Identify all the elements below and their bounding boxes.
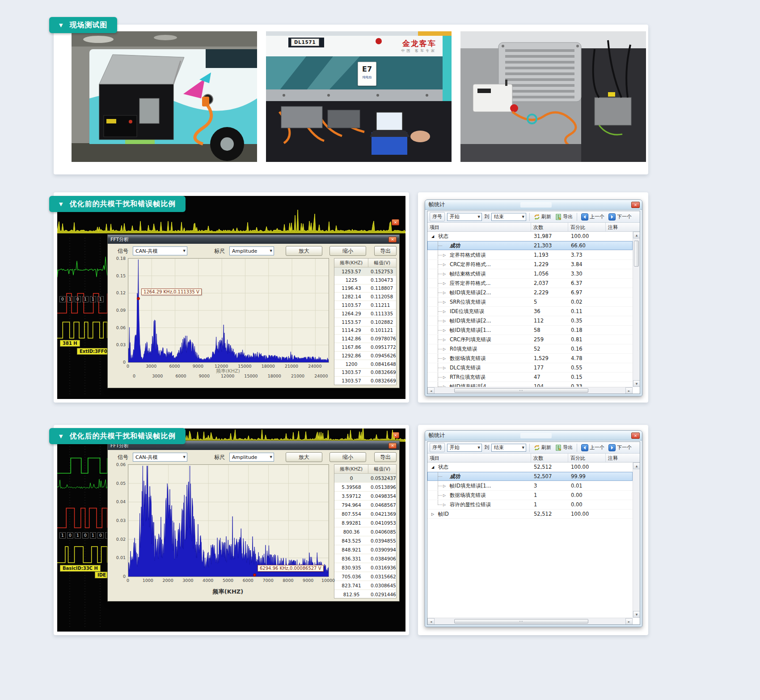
stats-row[interactable]: 成功21,30366.60 [427, 241, 633, 250]
tree-collapsed-icon[interactable]: ▷ [431, 512, 437, 516]
fft-table-row[interactable]: 843.5250.0394855 [334, 536, 396, 545]
prev-button[interactable]: 上一个 [580, 444, 605, 452]
scroll-up-icon[interactable]: ▲ [633, 232, 640, 238]
scrollbar-thumb[interactable] [454, 388, 588, 393]
fft-table-row[interactable]: 800.360.0406085 [334, 527, 396, 536]
close-button[interactable]: × [388, 443, 397, 449]
col-count[interactable]: 次数 [531, 454, 568, 462]
vertical-scrollbar[interactable]: ▲ ▼ [633, 232, 640, 387]
zoom-in-button[interactable]: 放大 [286, 246, 322, 256]
signal-select[interactable]: CAN-共模▼ [133, 453, 187, 462]
tree-collapsed-icon[interactable]: ▷ [443, 503, 449, 507]
tree-expanded-icon[interactable]: ◢ [431, 465, 437, 469]
tree-collapsed-icon[interactable]: ▷ [443, 291, 449, 295]
scroll-right-icon[interactable]: ► [625, 387, 633, 394]
fft-table-row[interactable]: 848.9210.0390994 [334, 545, 396, 554]
stats-row[interactable]: ▷帧ID填充错误[1...580.18 [427, 326, 633, 335]
scroll-right-icon[interactable]: ► [625, 618, 633, 625]
stats-row[interactable]: ▷R0填充错误520.16 [427, 344, 633, 354]
stats-row[interactable]: ▷RTR位填充错误470.15 [427, 373, 633, 382]
range-end-select[interactable]: 结束▼ [491, 444, 526, 452]
tree-collapsed-icon[interactable]: ▷ [443, 484, 449, 488]
stats-row[interactable]: ▷帧ID52,512100.00 [427, 509, 633, 519]
stats-row[interactable]: ▷数据场填充错误10.00 [427, 491, 633, 500]
export-button[interactable]: 导出 [374, 452, 397, 462]
close-button[interactable]: × [631, 202, 640, 208]
scale-select[interactable]: Amplitude▼ [229, 453, 274, 462]
fft-table-row[interactable]: 836.3310.0384906 [334, 554, 396, 563]
fft-table-row[interactable]: 807.5540.0421369 [334, 509, 396, 518]
fft-table-row[interactable]: 705.0360.0315662 [334, 572, 396, 581]
export-button[interactable]: 导出 [554, 213, 574, 221]
fft-table-row[interactable]: 794.9640.0468567 [334, 501, 396, 509]
tree-collapsed-icon[interactable]: ▷ [443, 328, 449, 332]
tree-collapsed-icon[interactable]: ▷ [443, 300, 449, 304]
stats-row[interactable]: ▷CRC序列填充错误2590.81 [427, 335, 633, 344]
stats-row[interactable]: ◢状态31,987100.00 [427, 232, 633, 241]
range-start-select[interactable]: 开始▼ [447, 213, 482, 221]
export-button[interactable]: 导出 [374, 246, 397, 256]
tree-expanded-icon[interactable]: ◢ [431, 234, 437, 238]
fft-table-row[interactable]: 1282.140.112058 [334, 293, 396, 301]
fft-table-row[interactable]: 12250.130473 [334, 276, 396, 284]
stats-row[interactable]: ▷CRC定界符格式...1,2293.84 [427, 260, 633, 269]
tree-collapsed-icon[interactable]: ▷ [443, 366, 449, 370]
fft-table-row[interactable]: 8.992810.0410953 [334, 518, 396, 527]
stats-row[interactable]: ▷应答定界符格式...2,0376.37 [427, 279, 633, 288]
fft-peak-table[interactable]: 频率(KHZ) 幅值(V) 1253.570.15275312250.13047… [334, 258, 397, 385]
stats-row[interactable]: ◢状态52,512100.00 [427, 462, 633, 472]
fft-table-row[interactable]: 1264.290.111335 [334, 310, 396, 318]
tree-collapsed-icon[interactable]: ▷ [443, 375, 449, 379]
horizontal-scrollbar[interactable]: ◄ ► [427, 387, 633, 394]
close-button[interactable]: × [388, 237, 397, 242]
stats-row[interactable]: ▷DLC填充错误1770.55 [427, 363, 633, 373]
scroll-down-icon[interactable]: ▼ [633, 380, 640, 387]
stats-row[interactable]: ▷帧ID填充错误[2...2,2296.97 [427, 288, 633, 297]
zoom-out-button[interactable]: 缩小 [329, 452, 366, 462]
stats-row[interactable]: ▷SRR位填充错误50.02 [427, 297, 633, 307]
tree-collapsed-icon[interactable]: ▷ [443, 338, 449, 342]
scroll-left-icon[interactable]: ◄ [427, 618, 435, 625]
fft-table-row[interactable]: 1253.570.152753 [334, 267, 396, 276]
next-button[interactable]: 下一个 [608, 444, 633, 452]
scrollbar-thumb[interactable] [634, 241, 639, 267]
stats-row[interactable]: ▷帧ID填充错误[4...1040.33 [427, 382, 633, 387]
stats-row[interactable]: ▷帧结束格式错误1,0563.30 [427, 269, 633, 279]
fft-table-row[interactable]: 823.7410.0308645 [334, 581, 396, 590]
col-item[interactable]: 项目 [427, 223, 531, 231]
horizontal-scrollbar[interactable]: ◄ ► [427, 618, 633, 624]
close-button[interactable]: × [631, 433, 640, 439]
tree-collapsed-icon[interactable]: ▷ [443, 347, 449, 351]
tree-collapsed-icon[interactable]: ▷ [443, 356, 449, 361]
fft-title-bar[interactable]: FFT分析 × [108, 235, 399, 244]
col-percent[interactable]: 百分比 [568, 223, 606, 231]
tree-collapsed-icon[interactable]: ▷ [443, 253, 449, 257]
stats-row[interactable]: ▷定界符格式错误1,1933.73 [427, 250, 633, 260]
stats-row[interactable]: ▷帧ID填充错误[2...1120.35 [427, 316, 633, 326]
col-item[interactable]: 项目 [427, 454, 531, 462]
fft-table-row[interactable]: 1167.860.0951772 [334, 343, 396, 352]
refresh-button[interactable]: 刷新 [533, 444, 552, 451]
fft-table-row[interactable]: 3.597120.0498354 [334, 492, 396, 501]
col-percent[interactable]: 百分比 [568, 454, 606, 462]
stats-title-bar[interactable]: 帧统计 × [425, 431, 642, 441]
fft-table-row[interactable]: 1142.860.0978076 [334, 335, 396, 343]
col-note[interactable]: 注释 [606, 454, 640, 462]
scale-select[interactable]: Amplitude▼ [229, 246, 274, 255]
tree-collapsed-icon[interactable]: ▷ [443, 310, 449, 314]
stats-title-bar[interactable]: 帧统计 × [425, 200, 642, 210]
refresh-button[interactable]: 刷新 [533, 213, 552, 221]
fft-table-row[interactable]: 1114.290.101121 [334, 327, 396, 335]
stats-row[interactable]: ▷帧ID填充错误[1...30.01 [427, 481, 633, 491]
tree-collapsed-icon[interactable]: ▷ [443, 281, 449, 285]
fft-table-row[interactable]: 1153.570.102882 [334, 318, 396, 327]
scrollbar-thumb[interactable] [454, 619, 588, 624]
scroll-up-icon[interactable]: ▲ [633, 462, 640, 469]
col-count[interactable]: 次数 [531, 223, 568, 231]
signal-select[interactable]: CAN-共模▼ [133, 246, 187, 255]
range-start-select[interactable]: 开始▼ [447, 444, 482, 452]
fft-table-row[interactable]: 12000.0841648 [334, 360, 396, 369]
prev-button[interactable]: 上一个 [580, 213, 605, 221]
fft-table-row[interactable]: 1303.570.0832669 [334, 369, 396, 377]
scroll-left-icon[interactable]: ◄ [427, 387, 435, 394]
